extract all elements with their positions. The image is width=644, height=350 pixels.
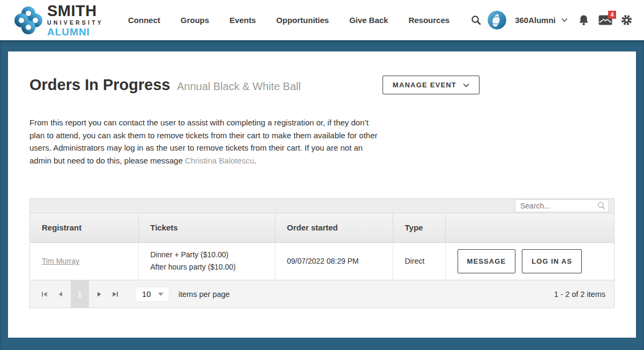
brand-university: UNIVERSITY (47, 20, 103, 26)
manage-event-button[interactable]: MANAGE EVENT (383, 76, 480, 94)
mail-badge: 4 (608, 11, 616, 19)
settings-gear-icon[interactable] (621, 14, 632, 26)
nav-item-connect[interactable]: Connect (128, 16, 160, 25)
log-in-as-button[interactable]: LOG IN AS (522, 249, 582, 273)
page-size-value: 10 (142, 289, 151, 299)
user-name[interactable]: 360Alumni (515, 16, 556, 25)
avatar[interactable] (488, 11, 506, 29)
chevron-down-icon[interactable] (561, 18, 568, 23)
title-row: Orders In Progress Annual Black & White … (29, 76, 615, 94)
nav-item-events[interactable]: Events (229, 16, 256, 25)
next-page-button[interactable] (91, 280, 107, 308)
orders-grid: Registrant Tickets Order started Type Ti… (29, 198, 615, 308)
search-icon[interactable] (471, 15, 481, 25)
brand-knot-icon (14, 6, 42, 34)
nav-item-groups[interactable]: Groups (181, 16, 209, 25)
notifications-bell-icon[interactable] (579, 14, 589, 26)
cell-tickets: Dinner + Party ($10.00) After hours part… (138, 242, 275, 280)
items-range-label: 1 - 2 of 2 items (554, 290, 614, 299)
manage-event-label: MANAGE EVENT (393, 81, 456, 89)
brand-alumni: ALUMNI (47, 27, 103, 37)
grid-toolbar (30, 199, 614, 213)
cell-actions: MESSAGE LOG IN AS (445, 242, 614, 280)
brand-name: SMITH (47, 3, 103, 19)
top-header: SMITH UNIVERSITY ALUMNI Connect Groups E… (0, 0, 644, 40)
message-button[interactable]: MESSAGE (458, 249, 516, 273)
current-page-indicator[interactable]: 1 (71, 280, 89, 308)
ticket-line-1: Dinner + Party ($10.00) (151, 249, 275, 261)
user-cluster: 360Alumni 4 (488, 0, 632, 40)
grid-search-icon[interactable] (597, 202, 605, 211)
column-header-tickets[interactable]: Tickets (138, 213, 275, 242)
brand-logo[interactable]: SMITH UNIVERSITY ALUMNI (14, 3, 103, 37)
content-card: Orders In Progress Annual Black & White … (8, 51, 636, 338)
items-per-page-label: items per page (178, 290, 230, 299)
cell-registrant: Tim Murray (30, 242, 138, 280)
nav-item-resources[interactable]: Resources (408, 16, 450, 25)
column-header-actions (445, 213, 614, 242)
ticket-line-2: After hours party ($10.00) (151, 261, 275, 273)
column-header-type[interactable]: Type (393, 213, 445, 242)
previous-page-button[interactable] (53, 280, 69, 308)
grid-search-input[interactable] (515, 199, 609, 212)
column-header-registrant[interactable]: Registrant (30, 213, 138, 242)
report-description: From this report you can contact the use… (29, 116, 384, 167)
chevron-down-icon (463, 83, 469, 87)
column-header-order-started[interactable]: Order started (275, 213, 393, 242)
admin-contact-link[interactable]: Christina Balotescu (185, 156, 254, 165)
grid-pager: 1 10 items per page 1 - 2 of 2 items (30, 280, 614, 308)
nav-item-opportunities[interactable]: Opportunities (276, 16, 329, 25)
grid-header-row: Registrant Tickets Order started Type (30, 213, 614, 242)
dropdown-caret-icon (158, 293, 163, 296)
brand-text: SMITH UNIVERSITY ALUMNI (47, 3, 103, 37)
messages-envelope-icon[interactable]: 4 (598, 15, 612, 25)
main-nav: Connect Groups Events Opportunities Give… (128, 15, 481, 25)
cell-type: Direct (393, 242, 445, 280)
page-size-dropdown[interactable]: 10 (135, 287, 169, 302)
table-row: Tim Murray Dinner + Party ($10.00) After… (30, 242, 614, 280)
nav-item-give-back[interactable]: Give Back (349, 16, 388, 25)
first-page-button[interactable] (36, 280, 53, 308)
last-page-button[interactable] (107, 280, 123, 308)
registrant-link[interactable]: Tim Murray (42, 257, 79, 265)
description-period: . (254, 156, 256, 165)
cell-order-started: 09/07/2022 08:29 PM (275, 242, 393, 280)
page-title: Orders In Progress (29, 76, 170, 93)
page-subtitle: Annual Black & White Ball (177, 80, 301, 92)
